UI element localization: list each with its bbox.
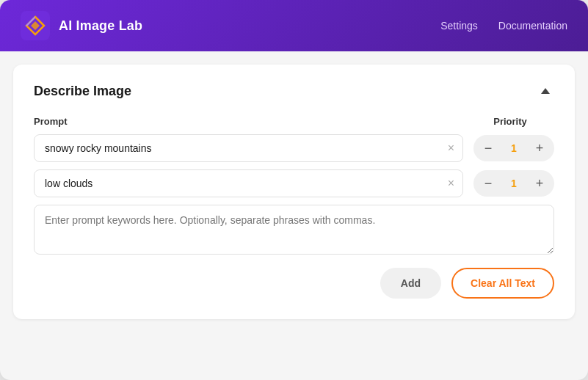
- new-prompt-textarea[interactable]: [34, 205, 554, 255]
- section-header: Describe Image: [34, 82, 554, 100]
- prompt-input-wrapper-2: ×: [34, 169, 463, 197]
- decrement-priority-2-button[interactable]: −: [478, 173, 498, 194]
- app-logo-icon: [21, 11, 50, 40]
- app-title: AI Image Lab: [59, 18, 142, 34]
- column-headers: Prompt Priority: [34, 116, 554, 127]
- app-window: AI Image Lab Settings Documentation Desc…: [0, 0, 588, 380]
- main-content: Describe Image Prompt Priority × − 1 +: [13, 65, 575, 319]
- col-prompt-label: Prompt: [34, 116, 466, 127]
- add-button[interactable]: Add: [380, 268, 441, 299]
- increment-priority-2-button[interactable]: +: [529, 173, 550, 194]
- clear-all-text-button[interactable]: Clear All Text: [451, 268, 554, 299]
- prompt-row-2: × − 1 +: [34, 169, 554, 197]
- app-header: AI Image Lab Settings Documentation: [0, 0, 588, 51]
- header-left: AI Image Lab: [21, 11, 142, 40]
- prompt-input-1[interactable]: [34, 134, 463, 162]
- priority-value-2: 1: [507, 178, 521, 189]
- textarea-row: [34, 205, 554, 255]
- increment-priority-1-button[interactable]: +: [529, 138, 550, 158]
- collapse-button[interactable]: [537, 82, 554, 100]
- prompt-row-1: × − 1 +: [34, 134, 554, 162]
- nav-settings[interactable]: Settings: [440, 20, 478, 32]
- priority-stepper-2: − 1 +: [473, 170, 554, 197]
- col-priority-label: Priority: [466, 116, 554, 127]
- section-title: Describe Image: [34, 84, 131, 99]
- decrement-priority-1-button[interactable]: −: [478, 138, 498, 158]
- collapse-icon: [540, 85, 551, 97]
- clear-prompt-2-button[interactable]: ×: [446, 176, 456, 191]
- priority-value-1: 1: [507, 142, 521, 154]
- actions-row: Add Clear All Text: [34, 268, 554, 299]
- clear-prompt-1-button[interactable]: ×: [446, 141, 456, 156]
- svg-marker-1: [541, 88, 550, 94]
- priority-stepper-1: − 1 +: [473, 135, 554, 161]
- prompt-input-wrapper-1: ×: [34, 134, 463, 162]
- header-nav: Settings Documentation: [440, 20, 567, 32]
- nav-documentation[interactable]: Documentation: [498, 20, 567, 32]
- prompt-input-2[interactable]: [34, 169, 463, 197]
